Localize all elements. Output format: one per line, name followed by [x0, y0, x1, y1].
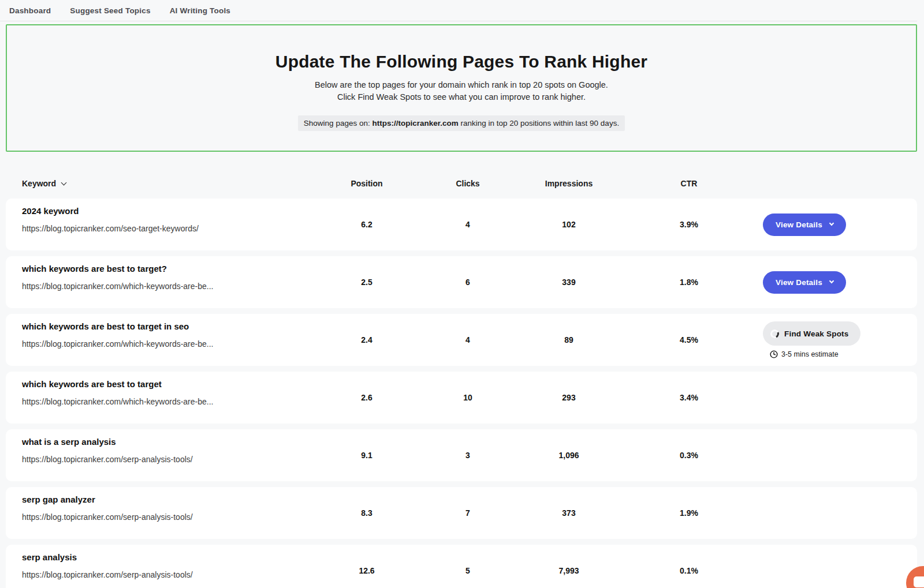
ctr-value: 1.9% — [615, 508, 763, 518]
column-header-keyword-sort[interactable]: Keyword — [6, 179, 321, 188]
table-row: serp gap analyzer https://blog.topicrank… — [6, 487, 917, 539]
find-weak-spots-loading-button[interactable]: Find Weak Spots — [763, 321, 860, 346]
clicks-value: 7 — [413, 508, 523, 518]
action-cell: Find Weak Spots Find Weak Spots Find Wea… — [763, 545, 917, 588]
action-cell: View Details View Details View Details — [763, 199, 917, 250]
keyword-text: what is a serp analysis — [22, 437, 321, 447]
clicks-value: 4 — [413, 335, 523, 344]
page-title: Update The Following Pages To Rank Highe… — [7, 52, 916, 72]
clicks-value: 6 — [413, 278, 523, 287]
impressions-value: 293 — [523, 393, 615, 402]
page-url: https://blog.topicranker.com/which-keywo… — [22, 282, 321, 291]
action-cell: Find Weak Spots Find Weak Spots Find Wea… — [763, 372, 917, 424]
keyword-cell: which keywords are best to target https:… — [6, 372, 321, 424]
ctr-value: 4.5% — [615, 335, 763, 344]
impressions-value: 89 — [523, 335, 615, 344]
table-row: serp analysis https://blog.topicranker.c… — [6, 545, 917, 588]
column-header-position: Position — [321, 179, 413, 188]
filter-domain: https://topicranker.com — [372, 119, 458, 128]
keyword-cell: which keywords are best to target? https… — [6, 256, 321, 308]
keyword-cell: what is a serp analysis https://blog.top… — [6, 429, 321, 481]
nav-item-dashboard[interactable]: Dashboard — [9, 6, 51, 15]
subtitle-line-1: Below are the top pages for your domain … — [7, 79, 916, 91]
clicks-value: 4 — [413, 220, 523, 229]
column-header-clicks: Clicks — [413, 179, 523, 188]
table-row: which keywords are best to target in seo… — [6, 314, 917, 366]
table-body: 2024 keyword https://blog.topicranker.co… — [6, 199, 917, 588]
clicks-value: 3 — [413, 451, 523, 460]
view-details-button[interactable]: View Details — [763, 271, 846, 294]
view-details-button[interactable]: View Details — [763, 214, 846, 236]
chevron-down-icon — [829, 279, 834, 283]
keyword-table: Keyword Position Clicks Impressions CTR … — [6, 179, 917, 588]
keyword-text: 2024 keyword — [22, 206, 321, 216]
keyword-cell: serp gap analyzer https://blog.topicrank… — [6, 487, 321, 539]
table-row: which keywords are best to target? https… — [6, 256, 917, 308]
table-row: which keywords are best to target https:… — [6, 372, 917, 424]
impressions-value: 339 — [523, 278, 615, 287]
nav-item-suggest-seed-topics[interactable]: Suggest Seed Topics — [70, 6, 150, 15]
impressions-value: 7,993 — [523, 566, 615, 575]
page-url: https://blog.topicranker.com/serp-analys… — [22, 570, 321, 579]
table-row: what is a serp analysis https://blog.top… — [6, 429, 917, 481]
keyword-text: which keywords are best to target in seo — [22, 321, 321, 331]
keyword-text: which keywords are best to target — [22, 379, 321, 389]
time-estimate: 3-5 mins estimate — [770, 350, 839, 358]
filter-summary-badge: Showing pages on: https://topicranker.co… — [298, 115, 625, 131]
page-url: https://blog.topicranker.com/which-keywo… — [22, 339, 321, 349]
table-row: 2024 keyword https://blog.topicranker.co… — [6, 199, 917, 250]
column-header-ctr: CTR — [615, 179, 763, 188]
ctr-value: 1.8% — [615, 278, 763, 287]
impressions-value: 1,096 — [523, 451, 615, 460]
ctr-value: 0.1% — [615, 566, 763, 575]
column-header-impressions: Impressions — [523, 179, 615, 188]
clock-icon — [770, 350, 778, 358]
page-url: https://blog.topicranker.com/which-keywo… — [22, 397, 321, 406]
nav-item-ai-writing-tools[interactable]: AI Writing Tools — [170, 6, 230, 15]
page-url: https://blog.topicranker.com/serp-analys… — [22, 455, 321, 464]
page-url: https://blog.topicranker.com/serp-analys… — [22, 512, 321, 522]
chevron-down-icon — [829, 221, 834, 226]
impressions-value: 102 — [523, 220, 615, 229]
keyword-text: serp analysis — [22, 552, 321, 562]
hero-panel: Update The Following Pages To Rank Highe… — [6, 24, 917, 152]
clicks-value: 5 — [413, 566, 523, 575]
spinner-icon — [769, 328, 780, 339]
position-value: 6.2 — [321, 220, 413, 229]
action-cell: Find Weak Spots Find Weak Spots Find Wea… — [763, 487, 917, 539]
chevron-down-icon — [61, 179, 67, 185]
chat-icon — [914, 576, 924, 587]
action-cell: Find Weak Spots Find Weak Spots Find Wea… — [763, 429, 917, 481]
position-value: 2.5 — [321, 278, 413, 287]
keyword-text: serp gap analyzer — [22, 495, 321, 504]
ctr-value: 3.4% — [615, 393, 763, 402]
action-cell: View Details View Details View Details — [763, 256, 917, 308]
subtitle-line-2: Click Find Weak Spots to see what you ca… — [7, 91, 916, 103]
position-value: 2.6 — [321, 393, 413, 402]
page-subtitle: Below are the top pages for your domain … — [7, 79, 916, 103]
position-value: 8.3 — [321, 508, 413, 518]
keyword-cell: which keywords are best to target in seo… — [6, 314, 321, 366]
ctr-value: 0.3% — [615, 451, 763, 460]
keyword-text: which keywords are best to target? — [22, 264, 321, 274]
clicks-value: 10 — [413, 393, 523, 402]
impressions-value: 373 — [523, 508, 615, 518]
position-value: 9.1 — [321, 451, 413, 460]
keyword-cell: serp analysis https://blog.topicranker.c… — [6, 545, 321, 588]
keyword-cell: 2024 keyword https://blog.topicranker.co… — [6, 199, 321, 250]
action-cell: Find Weak Spots Find Weak Spots Find Wea… — [763, 314, 917, 366]
top-nav: Dashboard Suggest Seed Topics AI Writing… — [0, 0, 917, 21]
position-value: 12.6 — [321, 566, 413, 575]
page-url: https://blog.topicranker.com/seo-target-… — [22, 224, 321, 233]
table-header-row: Keyword Position Clicks Impressions CTR — [6, 179, 917, 188]
position-value: 2.4 — [321, 335, 413, 344]
ctr-value: 3.9% — [615, 220, 763, 229]
